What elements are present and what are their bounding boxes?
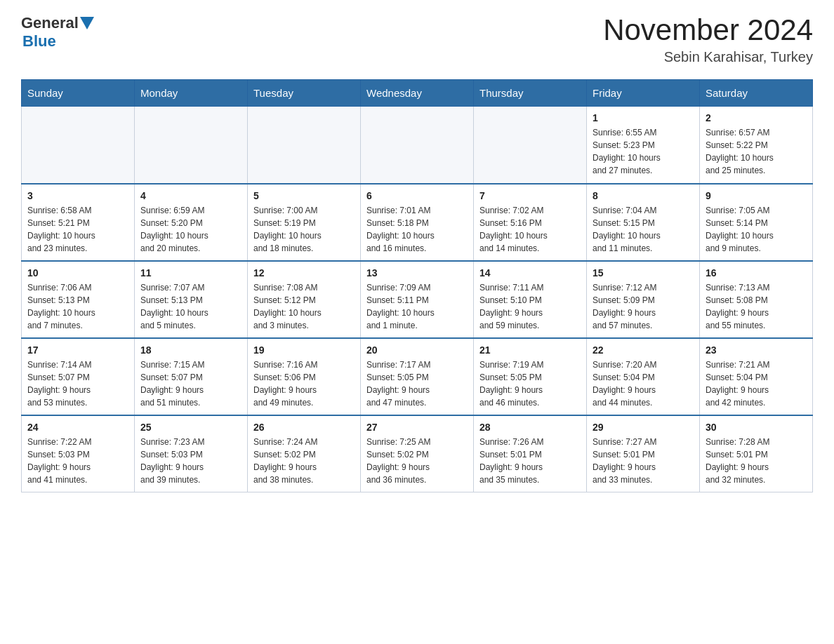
- day-number: 20: [366, 344, 468, 356]
- calendar-cell: 18Sunrise: 7:15 AMSunset: 5:07 PMDayligh…: [135, 338, 248, 415]
- day-info: Sunrise: 7:08 AMSunset: 5:12 PMDaylight:…: [253, 281, 355, 332]
- day-info: Sunrise: 7:07 AMSunset: 5:13 PMDaylight:…: [140, 281, 241, 332]
- day-info: Sunrise: 7:24 AMSunset: 5:02 PMDaylight:…: [253, 436, 355, 486]
- calendar-cell: 9Sunrise: 7:05 AMSunset: 5:14 PMDaylight…: [700, 184, 813, 261]
- calendar-cell: 20Sunrise: 7:17 AMSunset: 5:05 PMDayligh…: [361, 338, 474, 415]
- page-header: General Blue November 2024 Sebin Karahis…: [21, 14, 813, 65]
- calendar-cell: 4Sunrise: 6:59 AMSunset: 5:20 PMDaylight…: [135, 184, 248, 261]
- day-number: 5: [253, 190, 355, 201]
- calendar-cell: 1Sunrise: 6:55 AMSunset: 5:23 PMDaylight…: [587, 107, 700, 184]
- page-title: November 2024: [603, 14, 813, 46]
- logo-blue-text: Blue: [22, 32, 56, 51]
- day-number: 28: [479, 422, 581, 433]
- day-info: Sunrise: 7:21 AMSunset: 5:04 PMDaylight:…: [706, 358, 807, 409]
- page-subtitle: Sebin Karahisar, Turkey: [603, 49, 813, 65]
- calendar-cell: 17Sunrise: 7:14 AMSunset: 5:07 PMDayligh…: [22, 338, 135, 415]
- calendar-week-row: 17Sunrise: 7:14 AMSunset: 5:07 PMDayligh…: [22, 338, 813, 415]
- calendar-week-row: 1Sunrise: 6:55 AMSunset: 5:23 PMDaylight…: [22, 107, 813, 184]
- day-info: Sunrise: 7:00 AMSunset: 5:19 PMDaylight:…: [253, 204, 355, 255]
- day-number: 8: [593, 190, 694, 201]
- day-info: Sunrise: 6:59 AMSunset: 5:20 PMDaylight:…: [140, 204, 241, 255]
- calendar-table: SundayMondayTuesdayWednesdayThursdayFrid…: [21, 79, 813, 492]
- day-number: 15: [593, 267, 694, 279]
- calendar-cell: 25Sunrise: 7:23 AMSunset: 5:03 PMDayligh…: [135, 415, 248, 492]
- logo: General Blue: [21, 14, 94, 51]
- day-number: 18: [140, 344, 241, 356]
- day-number: 29: [593, 422, 694, 433]
- day-number: 16: [706, 267, 807, 279]
- day-number: 3: [27, 190, 128, 201]
- weekday-header-saturday: Saturday: [700, 80, 813, 107]
- weekday-header-wednesday: Wednesday: [361, 80, 474, 107]
- day-number: 10: [27, 267, 128, 279]
- calendar-cell: 24Sunrise: 7:22 AMSunset: 5:03 PMDayligh…: [22, 415, 135, 492]
- calendar-cell: 5Sunrise: 7:00 AMSunset: 5:19 PMDaylight…: [248, 184, 361, 261]
- title-section: November 2024 Sebin Karahisar, Turkey: [603, 14, 813, 65]
- calendar-cell: 8Sunrise: 7:04 AMSunset: 5:15 PMDaylight…: [587, 184, 700, 261]
- day-number: 24: [27, 422, 128, 433]
- logo-general-text: General: [21, 14, 79, 32]
- calendar-cell: [22, 107, 135, 184]
- day-info: Sunrise: 6:58 AMSunset: 5:21 PMDaylight:…: [27, 204, 128, 255]
- day-number: 1: [593, 112, 694, 123]
- day-info: Sunrise: 7:25 AMSunset: 5:02 PMDaylight:…: [366, 436, 468, 486]
- day-info: Sunrise: 7:04 AMSunset: 5:15 PMDaylight:…: [593, 204, 694, 255]
- calendar-cell: [248, 107, 361, 184]
- calendar-cell: [135, 107, 248, 184]
- calendar-cell: 12Sunrise: 7:08 AMSunset: 5:12 PMDayligh…: [248, 261, 361, 338]
- calendar-cell: 30Sunrise: 7:28 AMSunset: 5:01 PMDayligh…: [700, 415, 813, 492]
- day-info: Sunrise: 7:19 AMSunset: 5:05 PMDaylight:…: [479, 358, 581, 409]
- day-number: 21: [479, 344, 581, 356]
- day-number: 30: [706, 422, 807, 433]
- calendar-week-row: 10Sunrise: 7:06 AMSunset: 5:13 PMDayligh…: [22, 261, 813, 338]
- calendar-cell: 2Sunrise: 6:57 AMSunset: 5:22 PMDaylight…: [700, 107, 813, 184]
- day-info: Sunrise: 7:22 AMSunset: 5:03 PMDaylight:…: [27, 436, 128, 486]
- day-info: Sunrise: 7:11 AMSunset: 5:10 PMDaylight:…: [479, 281, 581, 332]
- day-number: 11: [140, 267, 241, 279]
- day-info: Sunrise: 7:15 AMSunset: 5:07 PMDaylight:…: [140, 358, 241, 409]
- day-number: 19: [253, 344, 355, 356]
- day-number: 13: [366, 267, 468, 279]
- calendar-cell: 11Sunrise: 7:07 AMSunset: 5:13 PMDayligh…: [135, 261, 248, 338]
- weekday-header-row: SundayMondayTuesdayWednesdayThursdayFrid…: [22, 80, 813, 107]
- weekday-header-monday: Monday: [135, 80, 248, 107]
- calendar-cell: 16Sunrise: 7:13 AMSunset: 5:08 PMDayligh…: [700, 261, 813, 338]
- calendar-cell: 29Sunrise: 7:27 AMSunset: 5:01 PMDayligh…: [587, 415, 700, 492]
- calendar-week-row: 3Sunrise: 6:58 AMSunset: 5:21 PMDaylight…: [22, 184, 813, 261]
- day-info: Sunrise: 7:14 AMSunset: 5:07 PMDaylight:…: [27, 358, 128, 409]
- logo-triangle-icon: [80, 17, 94, 31]
- weekday-header-sunday: Sunday: [22, 80, 135, 107]
- calendar-cell: 7Sunrise: 7:02 AMSunset: 5:16 PMDaylight…: [474, 184, 587, 261]
- day-info: Sunrise: 7:17 AMSunset: 5:05 PMDaylight:…: [366, 358, 468, 409]
- day-info: Sunrise: 7:26 AMSunset: 5:01 PMDaylight:…: [479, 436, 581, 486]
- calendar-cell: 22Sunrise: 7:20 AMSunset: 5:04 PMDayligh…: [587, 338, 700, 415]
- calendar-cell: [361, 107, 474, 184]
- day-info: Sunrise: 7:13 AMSunset: 5:08 PMDaylight:…: [706, 281, 807, 332]
- day-info: Sunrise: 7:27 AMSunset: 5:01 PMDaylight:…: [593, 436, 694, 486]
- day-number: 25: [140, 422, 241, 433]
- calendar-cell: 6Sunrise: 7:01 AMSunset: 5:18 PMDaylight…: [361, 184, 474, 261]
- day-number: 12: [253, 267, 355, 279]
- day-number: 9: [706, 190, 807, 201]
- day-info: Sunrise: 7:06 AMSunset: 5:13 PMDaylight:…: [27, 281, 128, 332]
- day-number: 6: [366, 190, 468, 201]
- day-info: Sunrise: 7:23 AMSunset: 5:03 PMDaylight:…: [140, 436, 241, 486]
- day-number: 22: [593, 344, 694, 356]
- day-info: Sunrise: 7:20 AMSunset: 5:04 PMDaylight:…: [593, 358, 694, 409]
- day-info: Sunrise: 7:28 AMSunset: 5:01 PMDaylight:…: [706, 436, 807, 486]
- calendar-cell: 13Sunrise: 7:09 AMSunset: 5:11 PMDayligh…: [361, 261, 474, 338]
- day-number: 2: [706, 112, 807, 123]
- day-number: 17: [27, 344, 128, 356]
- day-info: Sunrise: 7:02 AMSunset: 5:16 PMDaylight:…: [479, 204, 581, 255]
- day-number: 7: [479, 190, 581, 201]
- calendar-cell: 28Sunrise: 7:26 AMSunset: 5:01 PMDayligh…: [474, 415, 587, 492]
- day-number: 14: [479, 267, 581, 279]
- day-info: Sunrise: 6:57 AMSunset: 5:22 PMDaylight:…: [706, 126, 807, 177]
- day-info: Sunrise: 7:09 AMSunset: 5:11 PMDaylight:…: [366, 281, 468, 332]
- day-info: Sunrise: 7:16 AMSunset: 5:06 PMDaylight:…: [253, 358, 355, 409]
- day-info: Sunrise: 7:05 AMSunset: 5:14 PMDaylight:…: [706, 204, 807, 255]
- calendar-cell: 21Sunrise: 7:19 AMSunset: 5:05 PMDayligh…: [474, 338, 587, 415]
- calendar-cell: 10Sunrise: 7:06 AMSunset: 5:13 PMDayligh…: [22, 261, 135, 338]
- day-info: Sunrise: 7:01 AMSunset: 5:18 PMDaylight:…: [366, 204, 468, 255]
- day-info: Sunrise: 7:12 AMSunset: 5:09 PMDaylight:…: [593, 281, 694, 332]
